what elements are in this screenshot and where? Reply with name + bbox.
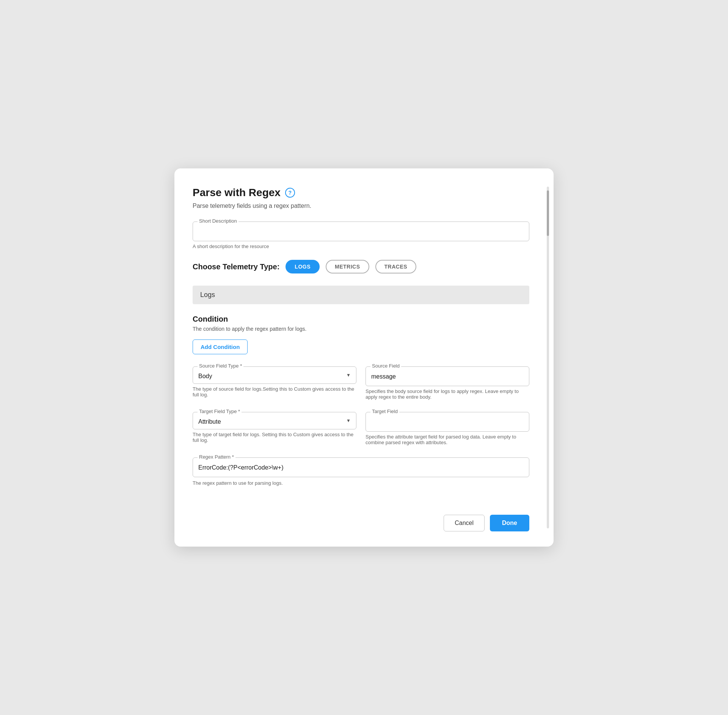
short-description-field: Short Description <box>193 222 529 241</box>
source-field-group: Source Field Specifies the body source f… <box>366 366 529 400</box>
condition-desc: The condition to apply the regex pattern… <box>193 326 529 332</box>
target-field-type-field[interactable]: Target Field Type * Attribute ▼ Attribut… <box>193 412 356 429</box>
source-row: Source Field Type * Body ▼ Body Custom T… <box>193 366 529 409</box>
target-row: Target Field Type * Attribute ▼ Attribut… <box>193 412 529 454</box>
source-field-type-hint: The type of source field for logs.Settin… <box>193 386 356 398</box>
source-field-type-field[interactable]: Source Field Type * Body ▼ Body Custom <box>193 366 356 384</box>
title-row: Parse with Regex ? <box>193 187 529 199</box>
regex-pattern-input[interactable] <box>198 462 524 473</box>
short-description-input[interactable] <box>198 226 524 237</box>
telemetry-btn-traces[interactable]: TRACES <box>375 260 417 273</box>
regex-pattern-group: Regex Pattern * The regex pattern to use… <box>193 457 529 486</box>
cancel-button[interactable]: Cancel <box>444 515 485 531</box>
target-field-hint: Specifies the attribute target field for… <box>366 434 529 445</box>
target-field-group: Target Field Specifies the attribute tar… <box>366 412 529 445</box>
footer-row: Cancel Done <box>193 509 529 531</box>
source-field-label: Source Field <box>370 363 401 369</box>
source-field-input[interactable] <box>371 371 524 382</box>
target-field-label: Target Field <box>370 409 399 414</box>
page-title: Parse with Regex <box>193 187 281 199</box>
target-field-input-wrapper: Target Field <box>366 412 529 432</box>
condition-title: Condition <box>193 315 529 324</box>
regex-pattern-field: Regex Pattern * <box>193 457 529 477</box>
source-field-type-group: Source Field Type * Body ▼ Body Custom T… <box>193 366 356 400</box>
add-condition-button[interactable]: Add Condition <box>193 339 248 354</box>
condition-section: Condition The condition to apply the reg… <box>193 315 529 366</box>
section-header-label: Logs <box>200 291 215 299</box>
source-field-input-wrapper: Source Field <box>366 366 529 386</box>
telemetry-btn-metrics[interactable]: METRICS <box>326 260 369 273</box>
short-description-label: Short Description <box>198 218 238 224</box>
scrollbar-thumb[interactable] <box>547 190 549 236</box>
scrollbar-track[interactable] <box>547 187 549 528</box>
target-field-type-group: Target Field Type * Attribute ▼ Attribut… <box>193 412 356 445</box>
modal-inner: Parse with Regex ? Parse telemetry field… <box>193 187 535 531</box>
section-header: Logs <box>193 286 529 304</box>
regex-pattern-label: Regex Pattern * <box>198 454 235 460</box>
source-field-hint: Specifies the body source field for logs… <box>366 388 529 400</box>
telemetry-btn-logs[interactable]: LOGS <box>286 260 320 273</box>
short-description-hint: A short description for the resource <box>193 244 529 249</box>
short-description-group: Short Description A short description fo… <box>193 222 529 249</box>
telemetry-row: Choose Telemetry Type: LOGS METRICS TRAC… <box>193 260 529 273</box>
help-icon[interactable]: ? <box>285 188 295 198</box>
telemetry-label: Choose Telemetry Type: <box>193 262 279 271</box>
done-button[interactable]: Done <box>490 515 529 531</box>
target-field-input[interactable] <box>371 417 524 427</box>
regex-pattern-hint: The regex pattern to use for parsing log… <box>193 480 529 486</box>
target-field-type-hint: The type of target field for logs. Setti… <box>193 432 356 443</box>
modal-container: Parse with Regex ? Parse telemetry field… <box>174 168 554 547</box>
subtitle: Parse telemetry fields using a regex pat… <box>193 203 529 209</box>
